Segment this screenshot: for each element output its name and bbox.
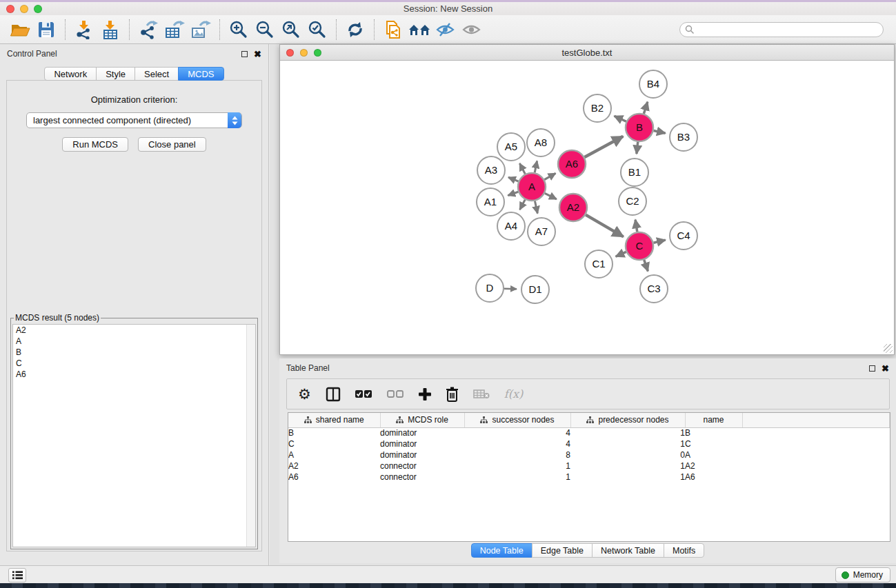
graph-edge-C-C2[interactable]	[635, 220, 637, 232]
graph-edge-A-A1[interactable]	[508, 192, 518, 195]
task-history-button[interactable]	[8, 568, 26, 582]
table-row[interactable]: A6connector 11 A6	[288, 472, 890, 483]
graph-edge-A-A7[interactable]	[535, 201, 537, 214]
graph-node-label: A2	[567, 201, 579, 213]
graph-node-label: B2	[591, 102, 604, 114]
list-item[interactable]: A	[13, 336, 255, 347]
window-resize-grip[interactable]	[884, 344, 893, 353]
table-row[interactable]: Bdominator 41 B	[288, 427, 890, 438]
graph-edge-A2-C[interactable]	[586, 215, 624, 237]
tab-motifs[interactable]: Motifs	[664, 543, 704, 558]
graph-edge-A-A3[interactable]	[508, 177, 519, 181]
list-item[interactable]: A2	[13, 325, 255, 336]
graph-edge-C-C4[interactable]	[653, 240, 665, 243]
list-item[interactable]: C	[13, 358, 255, 369]
show-all-button[interactable]	[459, 18, 485, 41]
zoom-selected-button[interactable]	[304, 18, 330, 41]
list-item[interactable]: B	[13, 347, 255, 358]
close-panel-icon[interactable]: ✖	[254, 50, 261, 59]
table-row[interactable]: Cdominator 41 C	[288, 438, 890, 449]
tab-network[interactable]: Network	[44, 67, 97, 81]
table-header-row: shared name MCDS	[288, 413, 890, 427]
network-overview-button[interactable]	[406, 18, 432, 41]
delete-table-button	[473, 385, 490, 403]
tab-edge-table[interactable]: Edge Table	[532, 543, 593, 558]
add-column-button[interactable]	[419, 385, 431, 403]
graph-edge-A-A4[interactable]	[520, 200, 526, 210]
column-header-successor-nodes[interactable]: successor nodes	[464, 413, 570, 427]
zoom-in-button[interactable]	[226, 18, 252, 41]
duplicate-network-button[interactable]	[380, 18, 406, 41]
network-canvas[interactable]: AA6A2BCA5A8A3A1A4A7B2B4B3B1C2C1C4C3DD1	[280, 61, 894, 354]
tab-mcds[interactable]: MCDS	[178, 67, 223, 81]
delete-table-icon	[473, 389, 490, 399]
close-panel-icon[interactable]: ✖	[882, 364, 889, 373]
mcds-panel: Optimization criterion: largest connecte…	[6, 80, 262, 551]
graph-edge-C-C1[interactable]	[616, 252, 626, 256]
search-input[interactable]	[679, 22, 884, 37]
graph-edge-A-A6[interactable]	[544, 173, 555, 179]
graph-node-label: A4	[505, 220, 517, 232]
deselect-all-button[interactable]	[387, 385, 404, 403]
graph-edge-D-D1[interactable]	[504, 289, 517, 290]
graph-node-label: B3	[677, 131, 690, 143]
zoom-out-icon	[255, 20, 275, 39]
import-table-button[interactable]	[97, 18, 123, 41]
column-header-predecessor-nodes[interactable]: predecessor nodes	[570, 413, 685, 427]
optimization-criterion-select[interactable]: largest connected component (directed)	[26, 112, 242, 128]
control-panel-tabs: Network Style Select MCDS	[0, 67, 268, 81]
graph-edge-B-B4[interactable]	[644, 102, 647, 114]
tab-network-table[interactable]: Network Table	[592, 543, 664, 558]
graph-edge-A6-B[interactable]	[584, 136, 623, 157]
mcds-result-title: MCDS result (5 nodes)	[14, 313, 101, 323]
float-panel-icon[interactable]	[869, 365, 875, 372]
memory-button[interactable]: Memory	[835, 567, 890, 582]
hide-selected-button[interactable]	[432, 18, 459, 41]
zoom-fit-button[interactable]	[278, 18, 304, 41]
float-panel-icon[interactable]	[241, 51, 248, 57]
tab-node-table[interactable]: Node Table	[471, 543, 532, 558]
attribute-icon	[480, 416, 488, 424]
graph-node-label: C3	[647, 283, 660, 294]
graph-edge-B-B3[interactable]	[654, 130, 666, 133]
graph-node-label: C2	[626, 195, 639, 207]
export-network-button[interactable]	[135, 18, 161, 41]
graph-edge-A-A2[interactable]	[545, 193, 557, 199]
graph-node-label: C1	[592, 258, 605, 270]
select-all-button[interactable]	[355, 385, 372, 403]
result-scrollbar[interactable]	[246, 325, 255, 547]
zoom-out-button[interactable]	[252, 18, 278, 41]
show-columns-button[interactable]	[326, 385, 341, 403]
list-item[interactable]: A6	[13, 369, 255, 380]
column-header-name[interactable]: name	[685, 413, 742, 427]
graph-node-label: A5	[505, 141, 517, 152]
toolbar-separator	[374, 19, 375, 40]
table-settings-button[interactable]: ⚙	[298, 385, 311, 403]
graph-node-label: B4	[647, 78, 659, 90]
table-row[interactable]: Adominator 80 A	[288, 449, 890, 460]
memory-status-icon	[842, 571, 849, 579]
column-header-mcds-role[interactable]: MCDS role	[380, 413, 464, 427]
column-header-shared-name[interactable]: shared name	[288, 413, 380, 427]
save-session-button[interactable]	[33, 18, 59, 41]
graph-node-label: C4	[677, 230, 690, 241]
graph-edge-A-A5[interactable]	[519, 163, 525, 174]
delete-columns-button[interactable]	[446, 385, 459, 403]
close-panel-button[interactable]: Close panel	[138, 137, 206, 152]
import-network-button[interactable]	[71, 18, 97, 41]
graph-edge-A-A8[interactable]	[535, 161, 537, 172]
tab-select[interactable]: Select	[135, 67, 179, 81]
graph-edge-B-B1[interactable]	[637, 142, 638, 154]
run-mcds-button[interactable]: Run MCDS	[62, 137, 128, 152]
network-window-titlebar[interactable]: testGlobe.txt	[280, 45, 894, 61]
graph-edge-C-C3[interactable]	[644, 260, 648, 272]
open-session-button[interactable]	[7, 18, 33, 41]
graph-edge-B-B2[interactable]	[615, 116, 626, 121]
graph-node-label: A1	[484, 196, 497, 207]
export-table-button[interactable]	[161, 18, 188, 41]
table-row[interactable]: A2connector 11 A2	[288, 460, 890, 472]
export-image-button[interactable]	[188, 18, 214, 41]
apply-layout-button[interactable]	[342, 18, 368, 41]
tab-style[interactable]: Style	[96, 67, 135, 81]
eye-slash-icon	[435, 21, 456, 38]
